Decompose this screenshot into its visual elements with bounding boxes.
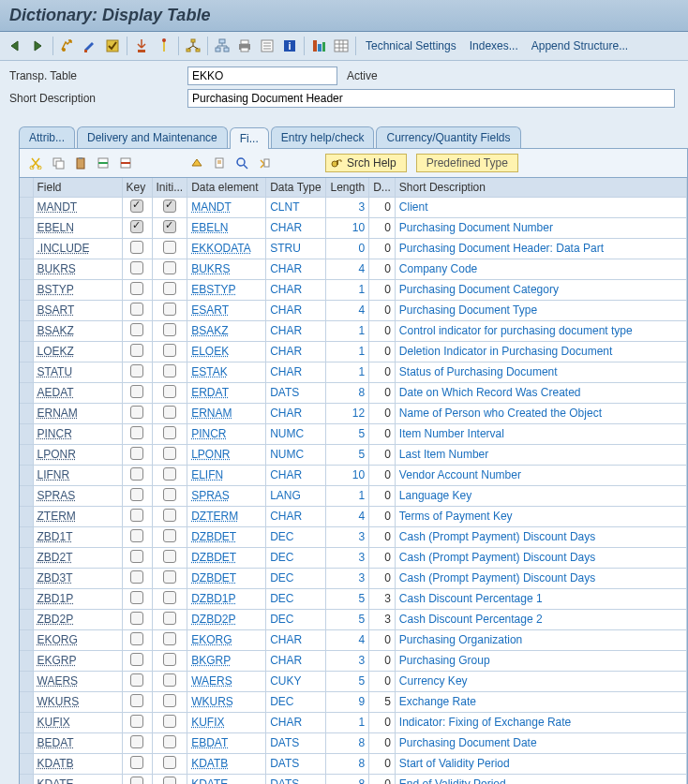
where-used-icon[interactable]: [183, 36, 203, 56]
cell-init[interactable]: [152, 217, 187, 238]
graphic-icon[interactable]: [308, 36, 329, 56]
contents-icon[interactable]: [257, 36, 277, 56]
cell-key[interactable]: [122, 423, 152, 444]
predefined-type-button[interactable]: Predefined Type: [416, 154, 518, 172]
row-handle[interactable]: [20, 217, 33, 238]
row-handle[interactable]: [20, 691, 33, 712]
row-handle[interactable]: [20, 259, 33, 279]
cut-icon[interactable]: [25, 153, 46, 173]
cell-elem[interactable]: EKKODATA: [187, 238, 266, 259]
table-row[interactable]: WAERSWAERSCUKY50Currency Key: [20, 671, 687, 691]
cell-field[interactable]: KDATE: [33, 774, 122, 784]
cell-key[interactable]: [122, 691, 152, 712]
cell-elem[interactable]: WAERS: [187, 671, 266, 691]
row-handle[interactable]: [20, 465, 33, 485]
cell-field[interactable]: EBELN: [33, 217, 122, 238]
table-row[interactable]: ZBD1PDZBD1PDEC53Cash Discount Percentage…: [20, 588, 687, 609]
row-handle[interactable]: [20, 526, 33, 547]
cell-elem[interactable]: DZTERM: [187, 506, 266, 526]
paste-icon[interactable]: [70, 153, 91, 173]
col-desc[interactable]: Short Description: [395, 178, 686, 197]
cell-elem[interactable]: DZBDET: [187, 526, 266, 547]
cell-init[interactable]: [152, 444, 187, 465]
cell-field[interactable]: .INCLUDE: [33, 238, 122, 259]
row-handle[interactable]: [20, 774, 33, 784]
row-handle[interactable]: [20, 382, 33, 403]
col-len[interactable]: Length: [326, 178, 369, 197]
tab-fields[interactable]: Fi...: [230, 127, 269, 149]
copy-icon[interactable]: [48, 153, 68, 173]
row-handle[interactable]: [20, 362, 33, 382]
cell-init[interactable]: [152, 362, 187, 382]
cell-key[interactable]: [122, 547, 152, 568]
cell-field[interactable]: LPONR: [33, 444, 122, 465]
cell-init[interactable]: [152, 526, 187, 547]
cell-key[interactable]: [122, 279, 152, 300]
cell-elem[interactable]: EBDAT: [187, 732, 266, 753]
table-row[interactable]: STATUESTAKCHAR10Status of Purchasing Doc…: [20, 362, 687, 382]
activate-icon[interactable]: [131, 36, 152, 56]
cell-key[interactable]: [122, 732, 152, 753]
back-icon[interactable]: [6, 36, 26, 56]
table-row[interactable]: KDATEKDATEDATS80End of Validity Period: [20, 774, 687, 784]
cell-elem[interactable]: ELIFN: [187, 465, 266, 485]
cell-elem[interactable]: DZBDET: [187, 547, 266, 568]
technical-settings-button[interactable]: Technical Settings: [360, 37, 462, 55]
cell-field[interactable]: AEDAT: [33, 382, 122, 403]
table-row[interactable]: ZBD3TDZBDETDEC30Cash (Prompt Payment) Di…: [20, 568, 687, 588]
expand-all-icon[interactable]: [187, 153, 207, 173]
table-row[interactable]: ZTERMDZTERMCHAR40Terms of Payment Key: [20, 506, 687, 526]
table-row[interactable]: MANDTMANDTCLNT30Client: [20, 197, 687, 217]
cell-init[interactable]: [152, 506, 187, 526]
col-field[interactable]: Field: [33, 178, 122, 197]
cell-key[interactable]: [122, 238, 152, 259]
col-key[interactable]: Key: [122, 178, 152, 197]
cell-init[interactable]: [152, 485, 187, 506]
info-icon[interactable]: i: [279, 36, 300, 56]
cell-elem[interactable]: ERDAT: [187, 382, 266, 403]
row-handle[interactable]: [20, 629, 33, 650]
cell-elem[interactable]: DZBD2P: [187, 609, 266, 629]
cell-field[interactable]: KUFIX: [33, 712, 122, 732]
cell-elem[interactable]: BKGRP: [187, 650, 266, 671]
cell-field[interactable]: ZBD2P: [33, 609, 122, 629]
table-row[interactable]: AEDATERDATDATS80Date on Which Record Was…: [20, 382, 687, 403]
cell-key[interactable]: [122, 774, 152, 784]
cell-field[interactable]: WKURS: [33, 691, 122, 712]
row-handle[interactable]: [20, 671, 33, 691]
cell-key[interactable]: [122, 650, 152, 671]
cell-field[interactable]: EKORG: [33, 629, 122, 650]
table-row[interactable]: BEDATEBDATDATS80Purchasing Document Date: [20, 732, 687, 753]
cell-key[interactable]: [122, 403, 152, 423]
cell-key[interactable]: [122, 506, 152, 526]
table-row[interactable]: EBELNEBELNCHAR100Purchasing Document Num…: [20, 217, 687, 238]
row-handle[interactable]: [20, 300, 33, 320]
cell-elem[interactable]: KDATB: [187, 753, 266, 774]
table-row[interactable]: EKORGEKORGCHAR40Purchasing Organization: [20, 629, 687, 650]
table-row[interactable]: EKGRPBKGRPCHAR30Purchasing Group: [20, 650, 687, 671]
key-field-icon[interactable]: [254, 153, 275, 173]
cell-init[interactable]: [152, 629, 187, 650]
row-handle[interactable]: [20, 403, 33, 423]
cell-key[interactable]: [122, 341, 152, 362]
cell-init[interactable]: [152, 732, 187, 753]
table-row[interactable]: LPONRLPONRNUMC50Last Item Number: [20, 444, 687, 465]
row-handle[interactable]: [20, 279, 33, 300]
cell-field[interactable]: BUKRS: [33, 259, 122, 279]
table-row[interactable]: ERNAMERNAMCHAR120Name of Person who Crea…: [20, 403, 687, 423]
tab-currency[interactable]: Currency/Quantity Fields: [376, 126, 520, 148]
cell-key[interactable]: [122, 629, 152, 650]
matchstick-icon[interactable]: [154, 36, 174, 56]
cell-elem[interactable]: ESTAK: [187, 362, 266, 382]
row-handle[interactable]: [20, 506, 33, 526]
srch-help-button[interactable]: Srch Help: [325, 154, 407, 172]
cell-elem[interactable]: KUFIX: [187, 712, 266, 732]
cell-init[interactable]: [152, 588, 187, 609]
cell-key[interactable]: [122, 197, 152, 217]
insert-row-icon[interactable]: [93, 153, 113, 173]
cell-init[interactable]: [152, 197, 187, 217]
cell-init[interactable]: [152, 238, 187, 259]
cell-init[interactable]: [152, 341, 187, 362]
row-handle[interactable]: [20, 320, 33, 341]
cell-field[interactable]: BEDAT: [33, 732, 122, 753]
